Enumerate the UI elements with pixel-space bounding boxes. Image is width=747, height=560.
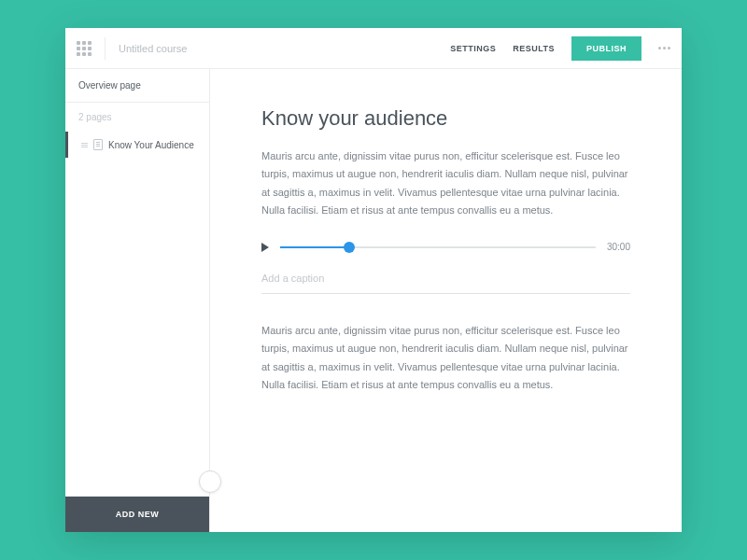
results-link[interactable]: RESULTS [513,44,555,53]
audio-player: 30:00 [261,242,630,252]
sidebar-page-item[interactable]: Know Your Audience [65,132,209,158]
course-title[interactable]: Untitled course [119,43,187,54]
audio-progress-fill [280,246,349,248]
page-heading[interactable]: Know your audience [261,106,630,131]
publish-button[interactable]: PUBLISH [571,36,641,61]
apps-grid-icon[interactable] [77,41,92,56]
play-icon[interactable] [261,243,269,252]
pages-count-label: 2 pages [65,103,209,132]
more-icon[interactable] [658,47,670,49]
audio-track[interactable] [280,246,596,248]
audio-progress-thumb[interactable] [344,242,355,253]
resize-handle[interactable] [199,470,221,493]
page-item-label: Know Your Audience [108,140,194,150]
app-window: Untitled course SETTINGS RESULTS PUBLISH… [65,28,682,532]
main-content: Know your audience Mauris arcu ante, dig… [210,69,682,532]
topbar: Untitled course SETTINGS RESULTS PUBLISH [65,28,682,69]
audio-duration: 30:00 [607,242,630,252]
add-new-button[interactable]: ADD NEW [65,497,209,532]
page-icon [93,139,103,150]
overview-page-link[interactable]: Overview page [65,69,209,103]
divider [105,37,106,60]
app-body: Overview page 2 pages Know Your Audience… [65,69,682,532]
caption-input[interactable] [261,267,630,294]
sidebar: Overview page 2 pages Know Your Audience… [65,69,210,532]
drag-handle-icon[interactable] [81,143,88,147]
paragraph-block[interactable]: Mauris arcu ante, dignissim vitae purus … [261,147,630,219]
settings-link[interactable]: SETTINGS [450,44,496,53]
paragraph-block[interactable]: Mauris arcu ante, dignissim vitae purus … [261,322,630,394]
topbar-actions: SETTINGS RESULTS PUBLISH [450,36,670,61]
